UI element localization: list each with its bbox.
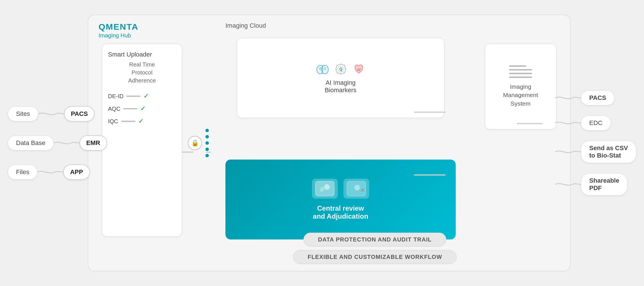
bottom-pill-2: FLEXIBLE AND CUSTOMIZABLE WORKFLOW (293, 250, 457, 264)
central-area: Q (214, 38, 467, 239)
mgmt-label: ImagingManagementSystem (503, 82, 538, 108)
sites-connector (38, 110, 64, 118)
smart-uploader-subtitle: Real TimeProtocolAdherence (108, 61, 176, 84)
left-section: Sites PACS Data Base EMR Files APP (8, 106, 107, 180)
review-icons-row: 👤 ✓ 👤 ✕ (312, 179, 369, 199)
review-card-rejected: 👤 ✕ (343, 179, 369, 199)
ai-imaging-label: AI ImagingBiomarkers (325, 79, 356, 94)
svg-rect-10 (335, 69, 337, 69)
emr-badge: EMR (79, 135, 107, 151)
mgmt-line-1 (509, 65, 526, 67)
left-item-files: Files APP (8, 164, 107, 180)
heart-icon (352, 62, 366, 76)
svg-rect-11 (345, 69, 347, 69)
hub-header: QMENTA Imaging Hub (99, 22, 139, 39)
right-item-csv: Send as CSVto Bio-Stat (555, 141, 636, 163)
svg-text:Q: Q (339, 67, 343, 71)
imaging-hub-box: QMENTA Imaging Hub Imaging Cloud Smart U… (88, 15, 571, 271)
database-pill: Data Base (8, 136, 54, 150)
left-item-database: Data Base EMR (8, 135, 107, 151)
review-card-approved: 👤 ✓ (312, 179, 338, 199)
dot-5 (205, 154, 209, 157)
svg-rect-9 (340, 73, 341, 75)
aqc-check: ✓ (140, 105, 145, 112)
svg-text:✓: ✓ (318, 186, 323, 192)
mgmt-line-3 (509, 73, 532, 74)
aqc-label: AQC (108, 106, 120, 112)
mgmt-line-2 (509, 69, 532, 71)
svg-point-22 (354, 185, 360, 190)
central-review-box: 👤 ✓ 👤 ✕ Cen (225, 160, 456, 239)
deid-label: DE-ID (108, 93, 123, 100)
bottom-labels: DATA PROTECTION AND AUDIT TRAIL FLEXIBLE… (185, 233, 564, 264)
main-container: QMENTA Imaging Hub Imaging Cloud Smart U… (8, 6, 636, 280)
dot-4 (205, 148, 209, 151)
dot-3 (205, 141, 209, 145)
smart-uploader-title: Smart Uploader (108, 51, 176, 58)
right-edc-pill: EDC (581, 116, 611, 130)
dot-2 (205, 135, 209, 138)
database-connector (54, 139, 79, 147)
right-pacs-pill: PACS (581, 90, 615, 105)
right-pdf-pill: ShareablePDF (581, 173, 627, 196)
left-item-sites: Sites PACS (8, 106, 107, 122)
lock-icon: 🔒 (188, 136, 202, 150)
svg-point-4 (324, 67, 326, 71)
iqc-label: IQC (108, 118, 118, 125)
right-item-edc: EDC (555, 116, 636, 130)
svg-rect-8 (340, 63, 341, 65)
qc-item-aqc: AQC ✓ (108, 105, 176, 112)
qc-item-iqc: IQC ✓ (108, 118, 176, 125)
qmenta-gear-icon: Q (334, 63, 347, 76)
imaging-cloud-label: Imaging Cloud (225, 22, 266, 29)
right-item-pdf: ShareablePDF (555, 173, 636, 196)
bottom-pill-1: DATA PROTECTION AND AUDIT TRAIL (303, 233, 446, 247)
qmenta-logo: QMENTA (99, 22, 139, 32)
deid-line (126, 96, 141, 97)
aqc-line (123, 108, 137, 109)
deid-check: ✓ (143, 92, 149, 100)
dot-1 (205, 129, 209, 132)
files-connector (37, 168, 63, 176)
hub-subtitle: Imaging Hub (99, 32, 139, 39)
qc-item-deid: DE-ID ✓ (108, 92, 176, 100)
smart-uploader-box: Smart Uploader Real TimeProtocolAdherenc… (102, 44, 182, 237)
qc-items: DE-ID ✓ AQC ✓ IQC ✓ (108, 92, 176, 125)
right-connector-edc (555, 119, 581, 127)
iqc-check: ✓ (138, 118, 143, 125)
imaging-mgmt-box: ImagingManagementSystem (485, 44, 556, 129)
files-pill: Files (8, 165, 37, 180)
right-connector-pdf (555, 180, 581, 189)
right-section: PACS EDC Send as CSVto Bio-Stat Shareabl… (555, 90, 636, 196)
svg-point-17 (324, 184, 330, 190)
lung-icon (315, 62, 330, 76)
right-csv-pill: Send as CSVto Bio-Stat (581, 141, 636, 163)
ai-icons-row: Q (315, 62, 366, 76)
right-item-pacs: PACS (555, 90, 636, 105)
pacs-badge: PACS (64, 106, 95, 122)
svg-text:✕: ✕ (361, 188, 365, 193)
mgmt-lines (509, 65, 532, 78)
ai-imaging-box: Q (237, 38, 444, 118)
central-review-label: Central reviewand Adjudication (313, 204, 368, 220)
right-connector-csv (555, 148, 581, 156)
svg-point-3 (319, 67, 321, 71)
app-badge: APP (63, 164, 90, 180)
iqc-line (121, 121, 135, 122)
mgmt-line-4 (509, 76, 532, 78)
right-connector-pacs (555, 94, 581, 102)
dots-line (205, 117, 209, 169)
sites-pill: Sites (8, 106, 38, 121)
